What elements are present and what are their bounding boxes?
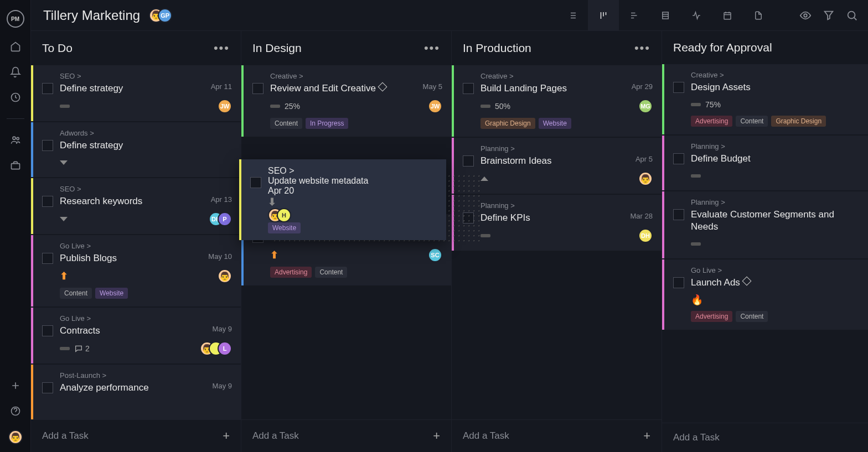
task-checkbox[interactable] bbox=[463, 83, 474, 94]
task-card[interactable]: Adwords >Define strategy bbox=[31, 122, 241, 177]
task-category[interactable]: Planning > bbox=[691, 142, 863, 150]
assignee-avatar[interactable]: SC bbox=[428, 248, 442, 262]
board-view-tab[interactable] bbox=[588, 0, 619, 31]
task-tag[interactable]: Website bbox=[95, 288, 128, 299]
task-checkbox[interactable] bbox=[250, 177, 261, 188]
calendar-view-tab[interactable] bbox=[712, 0, 743, 31]
assignee-avatar[interactable]: MG bbox=[638, 99, 653, 113]
assignee-avatar[interactable]: H bbox=[277, 208, 291, 222]
gantt-view-tab[interactable] bbox=[619, 0, 650, 31]
assignee-avatar[interactable]: 👨 bbox=[638, 172, 653, 186]
assignee-avatar[interactable]: JW bbox=[428, 99, 442, 113]
project-members[interactable]: 👨 GP bbox=[149, 8, 172, 23]
assignee-stack[interactable]: JW bbox=[218, 99, 232, 113]
files-view-tab[interactable] bbox=[743, 0, 774, 31]
user-avatar[interactable]: 👨 bbox=[8, 430, 23, 444]
briefcase-icon[interactable] bbox=[9, 159, 22, 172]
column-menu-icon[interactable]: ••• bbox=[634, 41, 650, 55]
task-category[interactable]: Adwords > bbox=[60, 129, 232, 137]
task-category[interactable]: Creative > bbox=[270, 72, 442, 80]
task-category[interactable]: Post-Launch > bbox=[60, 371, 232, 380]
task-card[interactable]: Planning >Brainstorm IdeasApr 5👨 bbox=[452, 138, 662, 194]
task-card[interactable]: SEO >Research keywordsApr 13DHP bbox=[31, 178, 241, 234]
task-checkbox[interactable] bbox=[42, 382, 53, 393]
task-category[interactable]: Planning > bbox=[691, 198, 863, 206]
task-card[interactable]: SEO >Define strategyApr 11JW bbox=[31, 65, 241, 121]
task-category[interactable]: SEO > bbox=[268, 166, 437, 176]
expand-icon[interactable] bbox=[60, 217, 68, 221]
task-card[interactable]: Go Live >Launch Ads🔥AdvertisingContent bbox=[662, 259, 868, 330]
task-card[interactable]: Planning >Define KPIsMar 28DH bbox=[452, 195, 662, 251]
list-view-tab[interactable] bbox=[557, 0, 588, 31]
assignee-stack[interactable]: 👨 bbox=[218, 269, 232, 283]
task-checkbox[interactable] bbox=[673, 82, 684, 93]
task-category[interactable]: Go Live > bbox=[60, 242, 232, 250]
task-checkbox[interactable] bbox=[673, 209, 684, 220]
project-title[interactable]: Tillery Marketing bbox=[43, 8, 140, 23]
help-icon[interactable] bbox=[9, 404, 22, 418]
task-tag[interactable]: Content bbox=[736, 311, 768, 322]
assignee-stack[interactable]: 👨L bbox=[200, 341, 232, 356]
assignee-avatar[interactable]: 👨 bbox=[218, 269, 232, 283]
recent-icon[interactable] bbox=[9, 91, 22, 104]
task-tag[interactable]: Graphic Design bbox=[480, 118, 535, 129]
task-checkbox[interactable] bbox=[42, 196, 53, 207]
notifications-icon[interactable] bbox=[9, 65, 22, 79]
assignee-avatar[interactable]: L bbox=[218, 341, 232, 356]
add-task-button[interactable]: Add a Task+ bbox=[241, 419, 451, 452]
assignee-stack[interactable]: DH bbox=[638, 228, 653, 243]
task-category[interactable]: Go Live > bbox=[60, 314, 232, 323]
column-menu-icon[interactable]: ••• bbox=[214, 41, 230, 55]
task-checkbox[interactable] bbox=[673, 153, 684, 164]
task-card[interactable]: Planning >Evaluate Customer Segments and… bbox=[662, 191, 868, 258]
home-icon[interactable] bbox=[9, 40, 22, 53]
column-menu-icon[interactable]: ••• bbox=[424, 41, 440, 55]
task-card[interactable]: Go Live >Publish BlogsMay 10⬆👨ContentWeb… bbox=[31, 235, 241, 306]
task-checkbox[interactable] bbox=[42, 140, 53, 151]
task-tag[interactable]: Content bbox=[315, 267, 347, 278]
assignee-stack[interactable]: SC bbox=[428, 248, 442, 262]
task-category[interactable]: Planning > bbox=[480, 144, 653, 153]
task-category[interactable]: Go Live > bbox=[691, 266, 863, 274]
task-tag[interactable]: Website bbox=[539, 118, 571, 129]
visibility-icon[interactable] bbox=[799, 9, 812, 22]
task-checkbox[interactable] bbox=[463, 155, 474, 167]
team-icon[interactable] bbox=[9, 133, 22, 147]
search-icon[interactable] bbox=[846, 9, 858, 22]
task-tag[interactable]: Graphic Design bbox=[771, 116, 826, 127]
add-task-button[interactable]: Add a Task bbox=[662, 423, 868, 452]
task-category[interactable]: Creative > bbox=[691, 71, 863, 79]
assignee-stack[interactable]: 👨 H bbox=[268, 208, 437, 222]
add-icon[interactable] bbox=[9, 379, 22, 392]
task-checkbox[interactable] bbox=[673, 277, 684, 288]
task-tag[interactable]: Content bbox=[736, 116, 768, 127]
task-tag[interactable]: Website bbox=[268, 222, 301, 233]
assignee-avatar[interactable]: DH bbox=[638, 228, 653, 243]
assignee-stack[interactable]: MG bbox=[638, 99, 653, 113]
task-category[interactable]: SEO > bbox=[60, 185, 232, 193]
assignee-avatar[interactable]: P bbox=[218, 212, 232, 226]
app-logo[interactable]: PM bbox=[7, 10, 24, 28]
task-card[interactable]: Post-Launch >Analyze performanceMay 9 bbox=[31, 365, 241, 419]
sheet-view-tab[interactable] bbox=[650, 0, 681, 31]
task-tag[interactable]: Advertising bbox=[691, 116, 732, 127]
dragging-card[interactable]: SEO > Update website metadata Apr 20 ⬇ 👨… bbox=[239, 159, 446, 240]
task-category[interactable]: Planning > bbox=[480, 201, 653, 210]
task-checkbox[interactable] bbox=[42, 325, 53, 336]
task-category[interactable]: SEO > bbox=[60, 72, 232, 80]
task-tag[interactable]: Content bbox=[270, 118, 302, 129]
task-category[interactable]: Creative > bbox=[480, 72, 653, 80]
task-tag[interactable]: Advertising bbox=[691, 311, 732, 322]
assignee-avatar[interactable]: JW bbox=[218, 99, 232, 113]
task-checkbox[interactable] bbox=[252, 83, 264, 94]
collapse-icon[interactable] bbox=[480, 176, 488, 181]
activity-view-tab[interactable] bbox=[681, 0, 712, 31]
task-card[interactable]: Creative >Design Assets75%AdvertisingCon… bbox=[662, 64, 868, 134]
task-tag[interactable]: Content bbox=[60, 288, 92, 299]
task-checkbox[interactable] bbox=[42, 253, 53, 264]
task-card[interactable]: Go Live >ContractsMay 92👨L bbox=[31, 308, 241, 363]
comment-count[interactable]: 2 bbox=[74, 344, 90, 353]
assignee-stack[interactable]: DHP bbox=[209, 212, 232, 226]
member-avatar[interactable]: GP bbox=[158, 8, 172, 23]
assignee-stack[interactable]: JW bbox=[428, 99, 442, 113]
